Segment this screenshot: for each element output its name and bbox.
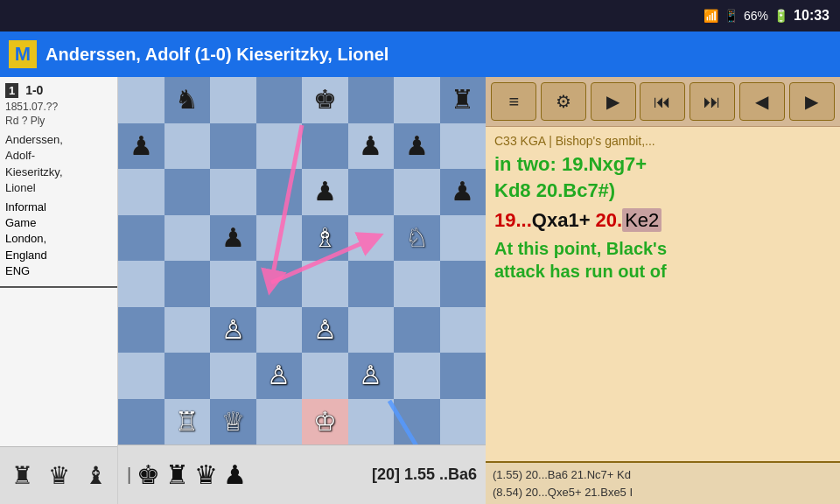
move-line: 19...Qxa1+ 20.Ke2 — [494, 209, 831, 232]
board-cell[interactable] — [210, 261, 256, 307]
board-cell[interactable] — [256, 169, 303, 215]
board-cell[interactable]: ♘ — [394, 215, 440, 262]
board-cell[interactable] — [164, 353, 211, 399]
board-cell[interactable] — [256, 399, 303, 445]
menu-button[interactable]: ≡ — [491, 82, 536, 121]
bottom-black-rook2: ♛ — [194, 459, 218, 490]
board-cell[interactable] — [164, 169, 211, 215]
board-cell[interactable] — [348, 215, 395, 262]
prev-button[interactable]: ◀ — [739, 82, 785, 121]
prev-start-button[interactable]: ⏮ — [640, 82, 685, 121]
board-cell[interactable] — [118, 169, 164, 215]
board-cell[interactable] — [348, 261, 395, 307]
analysis-line-1: (1.55) 20...Ba6 21.Nc7+ Kd — [493, 466, 833, 484]
board-cell[interactable]: ♟ — [394, 123, 440, 170]
board-cell[interactable] — [394, 77, 440, 123]
board-cell[interactable] — [440, 399, 486, 445]
board-cell[interactable] — [210, 77, 256, 123]
board-cell[interactable] — [118, 77, 164, 123]
board-cell[interactable] — [440, 307, 486, 354]
board-cell[interactable] — [302, 123, 348, 170]
board-cell[interactable] — [394, 353, 440, 399]
board-cell[interactable]: ♚ — [302, 77, 348, 123]
player-names: Anderssen,Adolf-Kieseritzky,Lionel — [5, 132, 112, 196]
chess-piece: ♙ — [359, 362, 382, 388]
board-cell[interactable] — [302, 353, 348, 399]
status-icons: 📶 📱 66% 🔋 10:33 — [704, 8, 830, 24]
next-end-button[interactable]: ⏭ — [690, 82, 735, 121]
board-cell[interactable] — [348, 77, 395, 123]
board-cell[interactable]: ♜ — [440, 77, 486, 123]
board-cell[interactable]: ♙ — [256, 353, 303, 399]
sidebar: 1 1-0 1851.07.?? Rd ? Ply Anderssen,Adol… — [0, 77, 118, 504]
board-cell[interactable] — [210, 353, 256, 399]
board-cell[interactable]: ♙ — [348, 353, 395, 399]
location: London,England — [5, 231, 112, 262]
board-cell[interactable] — [118, 399, 164, 445]
chess-piece: ♟ — [359, 133, 382, 159]
board-cell[interactable] — [164, 261, 211, 307]
board-cell[interactable] — [348, 169, 395, 215]
board-cell[interactable] — [256, 215, 303, 262]
chess-piece: ♟ — [130, 133, 153, 159]
board-cell[interactable] — [256, 307, 303, 354]
analysis-area: C33 KGA | Bishop's gambit,... in two: 19… — [486, 127, 840, 461]
board-cell[interactable]: ♙ — [302, 307, 348, 354]
board-cell[interactable] — [440, 215, 486, 262]
board-cell[interactable]: ♟ — [118, 123, 164, 170]
bottom-black-pawn: ♟ — [223, 459, 247, 490]
board-cell[interactable] — [164, 307, 211, 354]
board-cell[interactable] — [302, 261, 348, 307]
chess-board[interactable]: ♞♚♜♟♟♟♟♟♟♗♘♙♙♙♙♖♕♔ — [118, 77, 486, 444]
board-cell[interactable] — [256, 77, 303, 123]
board-cell[interactable]: ♟ — [302, 169, 348, 215]
board-cell[interactable] — [256, 123, 303, 170]
board-cell[interactable]: ♕ — [210, 399, 256, 445]
rd-ply: Rd ? Ply — [5, 114, 112, 129]
board-cell[interactable]: ♗ — [302, 215, 348, 262]
bottom-bar-separator: | — [127, 465, 131, 485]
status-bar: 📶 📱 66% 🔋 10:33 — [0, 0, 840, 32]
board-cell[interactable]: ♖ — [164, 399, 211, 445]
battery-icon: 🔋 — [774, 9, 788, 23]
board-cell[interactable] — [118, 353, 164, 399]
board-cell[interactable]: ♟ — [210, 215, 256, 262]
bottom-black-rook: ♜ — [165, 459, 189, 490]
wifi-icon: 📶 — [704, 9, 718, 23]
country: ENG — [5, 263, 112, 279]
board-cell[interactable] — [164, 123, 211, 170]
bottom-black-king: ♚ — [136, 459, 160, 490]
board-cell[interactable] — [164, 215, 211, 262]
board-cell[interactable]: ♞ — [164, 77, 211, 123]
board-cell[interactable]: ♙ — [210, 307, 256, 354]
board-cell[interactable] — [394, 307, 440, 354]
chess-piece: ♟ — [313, 178, 337, 205]
board-cell[interactable] — [440, 261, 486, 307]
play-button[interactable]: ▶ — [591, 82, 636, 121]
board-cell[interactable] — [440, 353, 486, 399]
board-cell[interactable] — [118, 261, 164, 307]
board-cell[interactable]: ♔ — [302, 399, 348, 445]
game-result: 1 1-0 — [5, 82, 112, 100]
board-cell[interactable]: ♟ — [348, 123, 395, 170]
board-cell[interactable] — [210, 169, 256, 215]
board-cell[interactable] — [394, 169, 440, 215]
next-button[interactable]: ▶ — [789, 82, 835, 121]
board-cell[interactable] — [118, 307, 164, 354]
battery-percentage: 66% — [744, 9, 768, 23]
board-cell[interactable] — [348, 399, 395, 445]
board-cell[interactable] — [440, 123, 486, 170]
board-cell[interactable] — [210, 123, 256, 170]
opening-line: C33 KGA | Bishop's gambit,... — [494, 134, 831, 148]
board-cell[interactable] — [256, 261, 303, 307]
board-cell[interactable]: ♟ — [440, 169, 486, 215]
right-panel: ≡ ⚙ ▶ ⏮ ⏭ ◀ ▶ C33 KGA | Bishop's gambit,… — [486, 77, 840, 504]
board-cell[interactable] — [348, 307, 395, 354]
board-cell[interactable] — [394, 399, 440, 445]
board-cell[interactable] — [394, 261, 440, 307]
settings-button[interactable]: ⚙ — [541, 82, 586, 121]
game-title: Anderssen, Adolf (1-0) Kieseritzky, Lion… — [46, 45, 831, 65]
sidebar-piece-3: ♝ — [85, 461, 107, 490]
analysis-bottom: (1.55) 20...Ba6 21.Nc7+ Kd (8.54) 20...Q… — [486, 461, 840, 504]
board-cell[interactable] — [118, 215, 164, 262]
